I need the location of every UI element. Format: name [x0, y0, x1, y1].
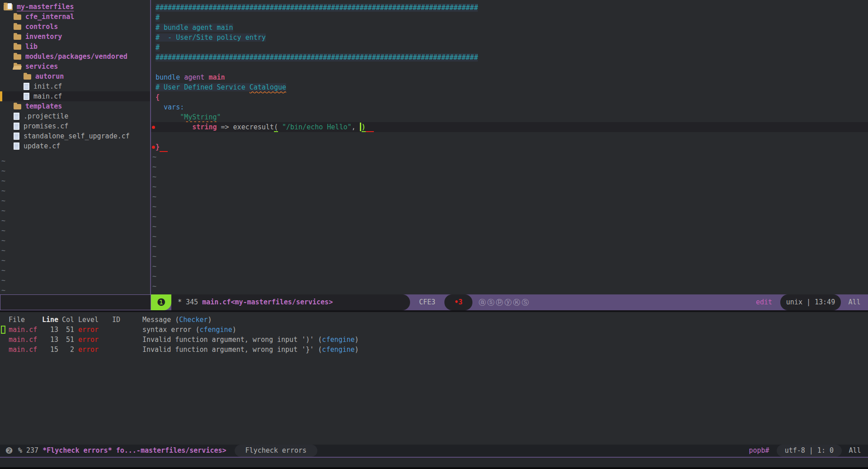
selected-item-bar: [0, 91, 2, 101]
tree-item-label: .projectile: [24, 112, 68, 120]
active-modeline: ❶ * 345 main.cf<my-masterfiles/services>…: [0, 294, 868, 310]
editor-buffer[interactable]: ########################################…: [151, 0, 868, 294]
col-file: File: [9, 315, 42, 325]
empty-line-tilde: ~: [0, 265, 150, 275]
tree-item[interactable]: services: [0, 62, 150, 71]
tree-item-label: lib: [25, 43, 38, 51]
code-line[interactable]: # - User/Site policy entry: [151, 33, 868, 43]
code-line[interactable]: "MyString": [151, 112, 868, 122]
folder-icon: [14, 104, 21, 109]
file-icon: [14, 133, 19, 140]
code-line[interactable]: }: [151, 142, 868, 152]
buffer-size: * 345: [178, 298, 202, 306]
tree-item-label: modules/packages/vendored: [25, 52, 127, 61]
tree-item[interactable]: promises.cf: [0, 121, 150, 131]
tree-item[interactable]: standalone_self_upgrade.cf: [0, 131, 150, 141]
tree-item[interactable]: my-masterfiles: [0, 2, 150, 12]
window-number-badge: ❶: [151, 294, 171, 310]
code-line[interactable]: bundle agent main: [151, 72, 868, 82]
tree-item[interactable]: lib: [0, 42, 150, 52]
tree-item[interactable]: inventory: [0, 32, 150, 42]
buffer-position: % 237: [18, 445, 38, 457]
tree-item[interactable]: modules/packages/vendored: [0, 52, 150, 62]
code-line[interactable]: # User Defined Service Catalogue: [151, 82, 868, 92]
folder-icon: [14, 14, 21, 20]
buffer-empty-lines: ~~~~~~~~~~~~~~: [151, 152, 868, 291]
flycheck-error-dot-icon: [152, 126, 155, 129]
window-number-badge-2: ❷: [0, 445, 18, 457]
empty-line-tilde: ~: [0, 216, 150, 226]
tree-item[interactable]: init.cf: [0, 81, 150, 91]
flycheck-major-mode[interactable]: Flycheck errors: [235, 445, 317, 457]
error-row[interactable]: main.cf1351errorsyntax error (cfengine): [0, 325, 868, 335]
echo-area: string execresult(string /Fully qualifie…: [0, 458, 868, 467]
window-number: ❶: [157, 294, 166, 310]
popup-state: popb#: [749, 445, 769, 457]
tree-item[interactable]: templates: [0, 101, 150, 111]
tree-item[interactable]: cfe_internal: [0, 12, 150, 22]
file-icon: [24, 93, 29, 100]
col-message: Message (Checker): [139, 315, 868, 325]
tree-item[interactable]: update.cf: [0, 141, 150, 151]
error-row[interactable]: main.cf1351errorInvalid function argumen…: [0, 335, 868, 345]
code-line[interactable]: # bundle agent main: [151, 23, 868, 33]
tree-item[interactable]: .projectile: [0, 111, 150, 121]
empty-line-tilde: ~: [151, 172, 868, 182]
empty-line-tilde: ~: [151, 222, 868, 232]
empty-line-tilde: ~: [151, 202, 868, 212]
empty-line-tilde: ~: [151, 251, 868, 261]
tree-item-label: autorun: [35, 72, 64, 81]
tree-item[interactable]: main.cf: [0, 91, 150, 101]
empty-line-tilde: ~: [151, 271, 868, 281]
file-tree[interactable]: my-masterfilescfe_internalcontrolsinvent…: [0, 0, 151, 294]
code-line[interactable]: ########################################…: [151, 52, 868, 62]
flycheck-rows: main.cf1351errorsyntax error (cfengine)m…: [0, 325, 868, 355]
flycheck-buffer-name[interactable]: *Flycheck errors* fo...-masterfiles/serv…: [42, 445, 226, 457]
empty-line-tilde: ~: [151, 152, 868, 162]
code-line[interactable]: #: [151, 43, 868, 52]
empty-line-tilde: ~: [151, 281, 868, 291]
code-line[interactable]: #: [151, 13, 868, 23]
empty-line-tilde: ~: [0, 246, 150, 256]
code-line[interactable]: string => execresult( "/bin/echo Hello",…: [151, 122, 868, 132]
emacs-frame: my-masterfilescfe_internalcontrolsinvent…: [0, 0, 868, 469]
major-mode-indicator[interactable]: CFE3: [410, 294, 444, 310]
code-line[interactable]: {: [151, 92, 868, 102]
flycheck-error-dot-icon: [152, 146, 155, 149]
tree-item[interactable]: autorun: [0, 71, 150, 81]
empty-line-tilde: ~: [0, 256, 150, 265]
tree-item-label: templates: [25, 102, 62, 110]
tree-item-label: inventory: [25, 33, 62, 41]
tree-item-label: standalone_self_upgrade.cf: [24, 132, 130, 140]
error-row[interactable]: main.cf152errorInvalid function argument…: [0, 345, 868, 355]
code-line[interactable]: [151, 132, 868, 142]
flycheck-error-count[interactable]: •3: [444, 294, 472, 310]
tree-item-label: update.cf: [24, 142, 60, 150]
list-cursor: [1, 326, 5, 334]
empty-line-tilde: ~: [151, 162, 868, 172]
tree-item-label: promises.cf: [24, 122, 68, 130]
folder-icon: [4, 4, 13, 10]
inactive-modeline: ❷ % 237 *Flycheck errors* fo...-masterfi…: [0, 445, 868, 458]
tree-item-label: init.cf: [33, 82, 62, 90]
empty-line-tilde: ~: [0, 206, 150, 216]
empty-line-tilde: ~: [151, 232, 868, 242]
empty-line-tilde: ~: [151, 192, 868, 202]
text-cursor: [360, 123, 361, 131]
encoding-cursor-position-2: utf-8 | 1: 0: [777, 445, 842, 457]
modeline-spacer: [530, 294, 756, 310]
flycheck-header: File Line Col Level ID Message (Checker): [0, 315, 868, 325]
folder-icon: [14, 24, 21, 30]
col-level: Level: [74, 315, 112, 325]
file-icon: [14, 113, 19, 120]
empty-line-tilde: ~: [0, 186, 150, 196]
file-tree-items: my-masterfilescfe_internalcontrolsinvent…: [0, 2, 150, 151]
code-line[interactable]: ########################################…: [151, 3, 868, 13]
col-col: Col: [58, 315, 74, 325]
empty-line-tilde: ~: [0, 285, 150, 294]
code-line[interactable]: [151, 62, 868, 72]
code-line[interactable]: vars:: [151, 102, 868, 112]
buffer-status[interactable]: * 345 main.cf<my-masterfiles/services>: [171, 294, 410, 310]
tree-item[interactable]: controls: [0, 22, 150, 32]
frame-edge: [0, 467, 868, 469]
